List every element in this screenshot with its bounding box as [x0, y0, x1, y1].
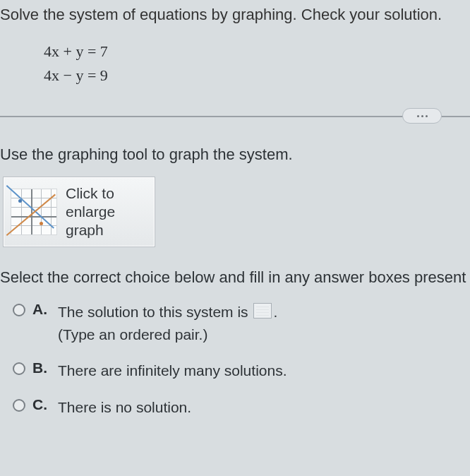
equation-1: 4x + y = 7 — [44, 40, 470, 64]
more-options-button[interactable] — [402, 108, 442, 124]
choice-c-text: There is no solution. — [58, 396, 191, 419]
radio-c[interactable] — [13, 399, 25, 412]
radio-a[interactable] — [13, 304, 25, 316]
choice-a[interactable]: A. The solution to this system is . (Typ… — [13, 301, 470, 345]
choice-a-text-after: . — [273, 304, 277, 320]
graph-tool-button[interactable]: Click to enlarge graph — [3, 177, 155, 247]
choice-c[interactable]: C. There is no solution. — [13, 396, 470, 419]
choice-a-body: The solution to this system is . (Type a… — [58, 301, 277, 345]
choice-a-letter: A. — [32, 301, 51, 318]
choice-a-text-before: The solution to this system is — [58, 304, 252, 320]
select-choice-prompt: Select the correct choice below and fill… — [0, 268, 470, 287]
choice-b[interactable]: B. There are infinitely many solutions. — [13, 359, 470, 382]
choice-b-text: There are infinitely many solutions. — [58, 359, 287, 382]
equation-2: 4x − y = 9 — [44, 64, 470, 88]
choice-list: A. The solution to this system is . (Typ… — [13, 301, 470, 418]
graph-button-label: Click to enlarge graph — [66, 184, 115, 240]
choice-b-letter: B. — [32, 359, 51, 376]
question-prompt: Solve the system of equations by graphin… — [0, 0, 470, 27]
equation-block: 4x + y = 7 4x − y = 9 — [44, 40, 470, 88]
graph-button-line1: Click to — [66, 184, 115, 203]
graph-button-line3: graph — [66, 221, 115, 239]
graph-instruction: Use the graphing tool to graph the syste… — [0, 145, 470, 164]
choice-c-letter: C. — [32, 396, 51, 413]
graph-button-line2: enlarge — [66, 203, 115, 221]
section-divider — [0, 106, 470, 126]
answer-input-box[interactable] — [253, 303, 272, 319]
choice-a-hint: (Type an ordered pair.) — [58, 323, 277, 346]
graph-thumbnail-icon — [11, 189, 57, 235]
divider-line — [0, 116, 470, 117]
radio-b[interactable] — [13, 362, 25, 375]
